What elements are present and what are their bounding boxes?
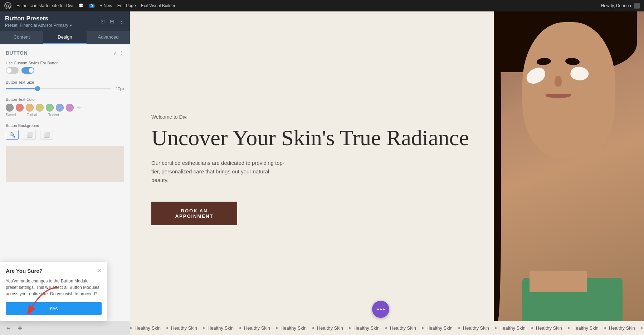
section-title: Button [6, 50, 28, 56]
bg-color-option[interactable]: 🔍 [6, 130, 19, 140]
ticker-label: Healthy Skin [536, 325, 562, 331]
hero-description: Our certified estheticians are dedicated… [151, 159, 287, 184]
recent-label: Recent [48, 113, 59, 117]
ticker-label: Healthy Skin [463, 325, 489, 331]
list-item: Healthy Skin [239, 325, 270, 331]
ticker-label: Healthy Skin [171, 325, 197, 331]
responsive-icon[interactable]: ⊡ [100, 18, 106, 25]
text-size-field: Button Text Size 17px [6, 80, 124, 91]
new-content-btn[interactable]: + New [100, 3, 112, 8]
confirm-yes-btn[interactable]: Yes [6, 302, 102, 315]
color-swatch-blue[interactable] [56, 104, 64, 112]
bg-image-option[interactable]: ⬜ [40, 130, 53, 140]
ticker-dot [641, 327, 643, 329]
ticker-dot [458, 327, 460, 329]
list-item: Healthy Skin [203, 325, 234, 331]
ticker-content: Healthy Skin Healthy Skin Healthy Skin H… [130, 325, 644, 331]
ticker-label: Healthy Skin [390, 325, 416, 331]
ticker-dot [349, 327, 351, 329]
ticker-label: Healthy Skin [208, 325, 234, 331]
ticker-text: Healthy Skin [135, 325, 161, 331]
ticker-dot [422, 327, 424, 329]
panel-bottom-bar: ↩ ✚ [0, 321, 130, 335]
float-dots [377, 309, 385, 310]
text-color-field: Button Text Color ✏ Saved Global Recent [6, 97, 124, 117]
slider-thumb[interactable] [35, 86, 40, 91]
exit-builder-btn[interactable]: Exit Visual Builder [141, 3, 176, 8]
ticker-label: Healthy Skin [353, 325, 380, 331]
panel-header-icons: ⊡ ⊞ ⋮ [100, 18, 125, 25]
left-panel: Button Presets Preset: Financial Advisor… [0, 11, 130, 335]
ticker-dot [203, 327, 205, 329]
list-item: Healthy Skin [422, 325, 453, 331]
collapse-icon[interactable]: ∧ [113, 50, 117, 56]
list-item: Healthy Skin [641, 325, 644, 331]
tab-content[interactable]: Content [0, 31, 43, 44]
ticker-dot [604, 327, 606, 329]
hero-title: Uncover Your Skin's True Radiance [151, 125, 472, 150]
custom-styles-toggle-on[interactable] [21, 67, 34, 74]
toggle-row [6, 67, 124, 74]
panel-preset-selector[interactable]: Preset: Financial Advisor Primary ▾ [5, 23, 72, 28]
admin-bar: Esthetician starter site for Divi 💬 0 + … [0, 0, 644, 11]
text-size-value: 17px [113, 87, 124, 91]
ticker-dot [495, 327, 497, 329]
ticker-label: Healthy Skin [499, 325, 526, 331]
color-picker-icon[interactable]: ✏ [77, 105, 82, 110]
wordpress-logo-icon[interactable] [4, 2, 11, 9]
ticker-dot [312, 327, 314, 329]
admin-bar-left: Esthetician starter site for Divi 💬 0 + … [4, 2, 595, 9]
ticker-item-start: Healthy Skin [130, 325, 161, 331]
site-name[interactable]: Esthetician starter site for Divi [16, 3, 73, 8]
admin-avatar [634, 3, 640, 9]
confirm-dialog-header: Are You Sure? ✕ [6, 267, 102, 274]
text-size-slider-track[interactable] [6, 88, 111, 89]
section-header: Button ∧ ⋮ [6, 50, 124, 56]
dot-1 [377, 309, 379, 310]
ticker-label: Healthy Skin [280, 325, 307, 331]
comment-count[interactable]: 0 [89, 4, 95, 8]
list-item: Healthy Skin [276, 325, 307, 331]
float-action-btn[interactable] [372, 301, 389, 318]
list-item: Healthy Skin [495, 325, 526, 331]
color-swatch-purple[interactable] [66, 104, 74, 112]
book-appointment-btn[interactable]: BOOK AN APPOINMENT [151, 202, 237, 225]
edit-page-btn[interactable]: Edit Page [117, 3, 136, 8]
background-field: Button Background 🔍 ⬜ ⬜ [6, 123, 124, 140]
section-more-icon[interactable]: ⋮ [119, 50, 124, 56]
text-color-label: Button Text Color [6, 97, 124, 102]
howdy-label: Howdy, Deanna [601, 3, 631, 8]
tab-advanced[interactable]: Advanced [87, 31, 130, 44]
panel-header: Button Presets Preset: Financial Advisor… [0, 11, 130, 31]
color-swatch-green[interactable] [46, 104, 54, 112]
color-swatches-row: ✏ [6, 104, 124, 112]
layout-icon[interactable]: ⊞ [109, 18, 115, 25]
more-options-icon[interactable]: ⋮ [118, 18, 125, 25]
woman-photo [494, 11, 644, 321]
bg-gradient-option[interactable]: ⬜ [23, 130, 36, 140]
custom-styles-toggle-off[interactable] [6, 67, 19, 74]
list-item: Healthy Skin [458, 325, 489, 331]
undo-icon[interactable]: ↩ [4, 324, 13, 332]
ticker-label: Healthy Skin [317, 325, 343, 331]
panel-tabs: Content Design Advanced [0, 31, 130, 44]
ticker-dot [239, 327, 241, 329]
tab-design[interactable]: Design [43, 31, 87, 44]
color-swatch-yellow[interactable] [36, 104, 44, 112]
color-swatch-red[interactable] [16, 104, 24, 112]
list-item: Healthy Skin [385, 325, 416, 331]
ticker-dot [385, 327, 387, 329]
dot-3 [383, 309, 385, 310]
panel-title: Button Presets [5, 15, 72, 22]
color-swatch-orange[interactable] [26, 104, 34, 112]
redo-icon[interactable]: ✚ [16, 324, 24, 332]
background-label: Button Background [6, 123, 124, 128]
admin-bar-right: Howdy, Deanna [601, 3, 640, 9]
panel-header-left: Button Presets Preset: Financial Advisor… [5, 15, 72, 28]
confirm-close-btn[interactable]: ✕ [97, 267, 102, 274]
ticker-dot [568, 327, 570, 329]
comment-icon: 💬 [78, 3, 84, 8]
global-label: Global [26, 113, 37, 117]
hero-right [494, 11, 644, 321]
color-swatch-gray[interactable] [6, 104, 14, 112]
